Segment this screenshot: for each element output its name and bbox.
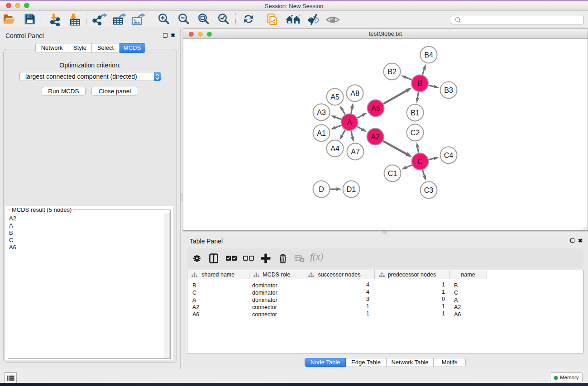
svg-text:A6: A6 — [371, 105, 380, 112]
svg-text:B: B — [417, 80, 422, 87]
svg-text:B4: B4 — [424, 51, 433, 59]
svg-text:A1: A1 — [317, 129, 326, 137]
svg-text:B3: B3 — [444, 86, 453, 94]
svg-text:B2: B2 — [387, 68, 397, 76]
svg-text:B1: B1 — [411, 109, 420, 117]
svg-text:D1: D1 — [347, 186, 356, 193]
svg-text:C3: C3 — [424, 186, 434, 194]
svg-text:A4: A4 — [330, 145, 339, 152]
svg-text:C4: C4 — [444, 152, 454, 159]
svg-text:A2: A2 — [371, 133, 380, 141]
svg-text:A3: A3 — [317, 109, 326, 116]
svg-text:D: D — [319, 186, 324, 193]
svg-text:A: A — [347, 119, 352, 126]
svg-text:A8: A8 — [350, 90, 359, 97]
svg-text:C1: C1 — [388, 170, 397, 177]
svg-text:C2: C2 — [411, 129, 420, 137]
svg-text:A5: A5 — [330, 93, 339, 101]
svg-text:C: C — [417, 158, 423, 166]
svg-text:A7: A7 — [351, 148, 360, 156]
